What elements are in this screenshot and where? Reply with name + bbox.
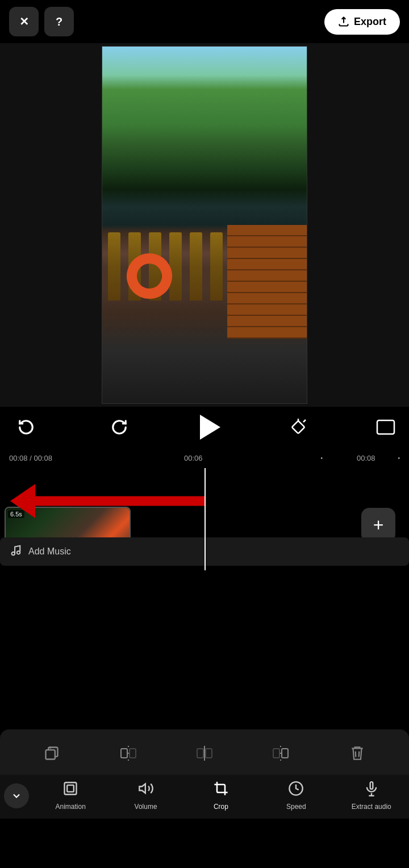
keyframe-button[interactable]: [289, 418, 308, 437]
top-bar: ✕ ? Export: [0, 0, 409, 43]
extract-audio-icon: [364, 781, 379, 800]
nav-item-crop[interactable]: Crop: [201, 781, 241, 811]
red-arrow-annotation: [11, 484, 409, 518]
fence-post: [210, 232, 223, 301]
svg-rect-18: [273, 749, 279, 758]
time-mid-marker: 00:06: [66, 454, 320, 462]
split-right-icon: [272, 745, 289, 761]
play-button[interactable]: [200, 415, 220, 440]
timeline-wrapper: 00:08 / 00:08 00:06 • 00:08 • 6.5s +: [0, 448, 409, 570]
nav-item-speed[interactable]: Speed: [276, 781, 316, 811]
keyframe-icon: [289, 418, 308, 437]
nav-item-animation[interactable]: Animation: [51, 781, 90, 811]
svg-rect-26: [67, 785, 74, 792]
empty-timeline-area: [0, 570, 409, 729]
collapse-circle[interactable]: [4, 783, 29, 808]
crop-label: Crop: [214, 803, 228, 811]
split-left-icon: [120, 745, 137, 761]
svg-line-2: [303, 420, 306, 422]
help-icon: ?: [56, 15, 62, 28]
bottom-toolbar: [0, 729, 409, 775]
close-icon: ✕: [19, 15, 29, 28]
end-dot: •: [398, 455, 400, 461]
nav-collapse-btn[interactable]: [0, 783, 33, 808]
export-button[interactable]: Export: [324, 9, 400, 35]
copy-clip-icon: [44, 745, 60, 761]
animation-label: Animation: [56, 803, 86, 811]
svg-marker-27: [139, 784, 145, 793]
aspect-ratio-button[interactable]: [376, 419, 395, 435]
undo-button[interactable]: [14, 415, 39, 440]
svg-rect-0: [292, 421, 305, 434]
svg-rect-13: [197, 749, 203, 758]
nav-items: Animation Volume Crop: [33, 781, 409, 811]
undo-icon: [18, 419, 35, 436]
time-current: 00:08: [9, 454, 28, 462]
time-ruler: 00:08 / 00:08 00:06 • 00:08 •: [0, 448, 409, 468]
crop-icon: [213, 781, 229, 800]
svg-rect-19: [282, 749, 288, 758]
bottom-nav: Animation Volume Crop: [0, 775, 409, 819]
svg-rect-25: [65, 783, 77, 795]
chevron-down-icon: [11, 790, 22, 802]
playhead[interactable]: [204, 468, 206, 570]
fence-post: [169, 232, 182, 301]
svg-rect-3: [377, 420, 394, 434]
nav-item-extract-audio[interactable]: Extract audio: [352, 781, 391, 811]
arrow-head: [10, 484, 35, 518]
add-music-label: Add Music: [28, 546, 71, 557]
speed-icon: [288, 781, 304, 800]
play-icon: [200, 415, 220, 440]
animation-icon: [62, 781, 78, 800]
fence-post: [108, 232, 120, 301]
video-preview: [102, 46, 307, 404]
help-button[interactable]: ?: [44, 7, 74, 36]
timeline-track-area: 6.5s + Add Music: [0, 468, 409, 570]
time-current-total: 00:08 / 00:08: [9, 454, 66, 462]
time-total: 00:08: [34, 454, 52, 462]
svg-rect-8: [121, 749, 127, 758]
brick-wall-overlay: [227, 225, 307, 339]
svg-line-24: [358, 752, 359, 757]
top-bar-left: ✕ ?: [9, 7, 74, 36]
trim-icon: [196, 745, 213, 761]
export-label: Export: [354, 16, 386, 28]
trim-button[interactable]: [190, 741, 219, 766]
svg-line-23: [356, 752, 356, 757]
export-icon: [338, 16, 349, 27]
aspect-ratio-icon: [376, 419, 395, 435]
delete-button[interactable]: [343, 741, 372, 766]
split-left-button[interactable]: [114, 741, 143, 766]
copy-clip-button[interactable]: [37, 741, 66, 766]
volume-icon: [138, 781, 154, 800]
fence-post: [190, 232, 202, 301]
playback-controls: [0, 407, 409, 448]
video-preview-container: [0, 43, 409, 407]
time-end-marker: 00:08: [357, 454, 375, 462]
mid-dot: •: [320, 455, 323, 461]
redo-icon: [111, 419, 128, 436]
svg-rect-6: [46, 750, 55, 759]
redo-button[interactable]: [107, 415, 132, 440]
volume-label: Volume: [135, 803, 157, 811]
svg-rect-9: [130, 749, 136, 758]
svg-rect-14: [206, 749, 212, 758]
close-button[interactable]: ✕: [9, 7, 39, 36]
extract-audio-label: Extract audio: [352, 803, 391, 811]
arrow-body: [35, 493, 206, 509]
music-icon: [9, 544, 22, 560]
toolbar-icons-row: [0, 736, 409, 770]
delete-icon: [350, 745, 365, 761]
split-right-button[interactable]: [266, 741, 295, 766]
speed-label: Speed: [286, 803, 306, 811]
nav-item-volume[interactable]: Volume: [126, 781, 166, 811]
svg-rect-29: [370, 782, 373, 789]
